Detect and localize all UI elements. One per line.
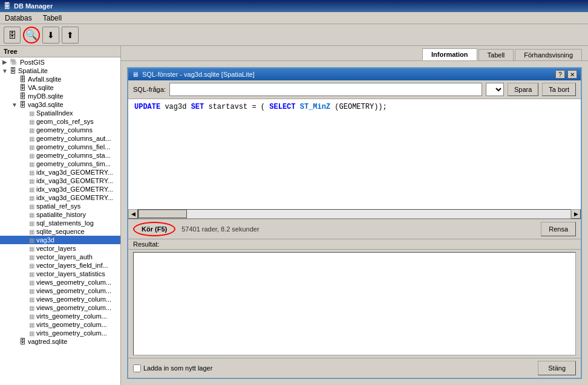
tree-item[interactable]: ▦spatialite_history xyxy=(0,210,120,219)
tab-information[interactable]: Information xyxy=(422,48,477,60)
tab-forhandsvisning[interactable]: Förhandsvisning xyxy=(515,49,582,60)
tree-item-label: sqlite_sequence xyxy=(36,228,85,235)
sql-window-icon: 🖥 xyxy=(132,71,139,78)
sql-window: 🖥 SQL-fönster - vag3d.sqlite [SpatiaLite… xyxy=(127,67,582,379)
tree-item-label: sql_statements_log xyxy=(36,219,94,227)
tree-item[interactable]: ▦sqlite_sequence xyxy=(0,227,120,236)
table-icon: ▦ xyxy=(29,178,34,184)
tree-item[interactable]: ▦vector_layers xyxy=(0,244,120,253)
tree-item[interactable]: ▦virts_geometry_colum... xyxy=(0,329,120,337)
tree-item[interactable]: ▦geometry_columns_sta... xyxy=(0,151,120,160)
sql-window-title: SQL-fönster - vag3d.sqlite [SpatiaLite] xyxy=(142,71,255,78)
table-icon: ▦ xyxy=(29,161,34,167)
load-as-layer-checkbox[interactable] xyxy=(133,364,141,372)
menu-databas[interactable]: Databas xyxy=(2,13,34,23)
result-bar: Resultat: xyxy=(128,239,581,250)
sql-keyword-set: SET xyxy=(191,103,204,111)
search-button[interactable]: 🔍 xyxy=(23,27,40,44)
table-icon: ▦ xyxy=(29,169,34,176)
tree-item[interactable]: ▶🐘PostGIS xyxy=(0,57,120,66)
tree-item[interactable]: ▦sql_statements_log xyxy=(0,219,120,227)
tree-item-label: spatial_ref_sys xyxy=(36,202,80,210)
tree-item[interactable]: ▦geom_cols_ref_sys xyxy=(0,117,120,126)
tree-item[interactable]: ▦virts_geometry_colum... xyxy=(0,320,120,329)
tree-item[interactable]: ▼🗄SpatiaLite xyxy=(0,66,120,75)
db-button[interactable]: 🗄 xyxy=(4,27,21,44)
tree-item-label: vag3d xyxy=(36,236,54,244)
run-button[interactable]: Kör (F5) xyxy=(133,222,175,236)
tree-item[interactable]: ▦vector_layers_field_inf... xyxy=(0,261,120,270)
sql-editor[interactable]: UPDATE vag3d SET startavst = ( SELECT ST… xyxy=(128,99,581,210)
table-icon: ▦ xyxy=(29,262,34,269)
tree-item[interactable]: ▦geometry_columns_tim... xyxy=(0,160,120,168)
menu-bar: Databas Tabell xyxy=(0,12,588,24)
tree-item[interactable]: ▦geometry_columns_fiel... xyxy=(0,143,120,151)
menu-tabell[interactable]: Tabell xyxy=(41,13,64,23)
tree-item-label: myDB.sqlite xyxy=(28,92,64,100)
download-icon: ⬇ xyxy=(47,30,54,40)
sql-title-controls: ? ✕ xyxy=(555,70,577,79)
tree-item[interactable]: ▦geometry_columns xyxy=(0,126,120,134)
sql-save-button[interactable]: Spara xyxy=(508,83,538,96)
upload-button[interactable]: ⬆ xyxy=(62,27,79,44)
sql-query-input[interactable] xyxy=(169,83,482,96)
tree-item[interactable]: 🗄vagtred.sqlite xyxy=(0,337,120,346)
tree-item[interactable]: ▦SpatialIndex xyxy=(0,109,120,117)
scroll-left-arrow[interactable]: ◀ xyxy=(128,209,138,219)
tree-item[interactable]: ▼🗄vag3d.sqlite xyxy=(0,100,120,109)
close-window-button[interactable]: Stäng xyxy=(538,361,576,375)
tree-item[interactable]: 🗄myDB.sqlite xyxy=(0,92,120,100)
tree-item[interactable]: ▦views_geometry_colum... xyxy=(0,295,120,303)
tree-item[interactable]: ▦idx_vag3d_GEOMETRY... xyxy=(0,176,120,185)
tree-item-label: views_geometry_colum... xyxy=(36,279,111,286)
sql-text-2: startavst = ( xyxy=(208,103,265,111)
table-icon: ▦ xyxy=(29,195,34,201)
run-result-info: 57401 rader, 8.2 sekunder xyxy=(181,225,259,233)
tree-item-label: geometry_columns_tim... xyxy=(36,160,111,167)
tree-item-label: vector_layers_statistics xyxy=(36,270,105,277)
tree-item[interactable]: ▦idx_vag3d_GEOMETRY... xyxy=(0,193,120,202)
tree-item[interactable]: ▦views_geometry_colum... xyxy=(0,303,120,312)
tree-item-label: virts_geometry_colum... xyxy=(36,329,107,337)
clear-button[interactable]: Rensa xyxy=(541,222,576,236)
tabs-bar: Information Tabell Förhandsvisning xyxy=(121,46,588,61)
sql-help-button[interactable]: ? xyxy=(555,70,565,79)
tree-item[interactable]: ▦views_geometry_colum... xyxy=(0,278,120,286)
tree-item-label: geometry_columns xyxy=(36,126,93,134)
tree-item[interactable]: ▦virts_geometry_colum... xyxy=(0,312,120,320)
toolbar: 🗄 🔍 ⬇ ⬆ xyxy=(0,24,588,46)
tree-item[interactable]: ▦vector_layers_statistics xyxy=(0,270,120,278)
table-icon: ▦ xyxy=(29,330,34,337)
sql-delete-button[interactable]: Ta bort xyxy=(542,83,576,96)
scroll-track[interactable] xyxy=(138,209,571,219)
tree-item[interactable]: 🗄VA.sqlite xyxy=(0,83,120,92)
tree-item-label: PostGIS xyxy=(20,59,45,66)
sql-horizontal-scrollbar[interactable]: ◀ ▶ xyxy=(128,210,581,219)
tree-item[interactable]: ▦idx_vag3d_GEOMETRY... xyxy=(0,168,120,176)
tree-item-label: vector_layers_auth xyxy=(36,253,93,260)
scroll-thumb[interactable] xyxy=(139,210,187,218)
main-container: Tree ▶🐘PostGIS▼🗄SpatiaLite 🗄Avfall.sqlit… xyxy=(0,46,588,385)
tree-item[interactable]: ▦vector_layers_auth xyxy=(0,253,120,261)
download-button[interactable]: ⬇ xyxy=(42,27,59,44)
sql-toolbar: SQL-fråga: Spara Ta bort xyxy=(128,80,581,99)
tree-item[interactable]: ▦idx_vag3d_GEOMETRY... xyxy=(0,185,120,193)
db-icon: 🗄 xyxy=(19,101,26,108)
tree-panel: Tree ▶🐘PostGIS▼🗄SpatiaLite 🗄Avfall.sqlit… xyxy=(0,46,121,385)
tree-item-label: virts_geometry_colum... xyxy=(36,312,107,320)
tree-item[interactable]: 🗄Avfall.sqlite xyxy=(0,75,120,83)
sql-close-button[interactable]: ✕ xyxy=(567,70,577,79)
sql-query-select[interactable] xyxy=(486,83,504,96)
table-icon: ▦ xyxy=(29,228,34,235)
tree-item[interactable]: ▦spatial_ref_sys xyxy=(0,202,120,210)
tab-tabell[interactable]: Tabell xyxy=(479,49,514,60)
table-icon: ▦ xyxy=(29,313,34,320)
tree-item[interactable]: ▦views_geometry_colum... xyxy=(0,286,120,295)
tree-item[interactable]: ▦vag3d xyxy=(0,236,120,244)
db-icon: 🗄 xyxy=(19,92,26,100)
table-icon: ▦ xyxy=(29,305,34,311)
tree-item[interactable]: ▦geometry_columns_aut... xyxy=(0,134,120,143)
sql-keyword-update: UPDATE xyxy=(134,103,160,111)
tree-item-label: idx_vag3d_GEOMETRY... xyxy=(36,194,113,201)
scroll-right-arrow[interactable]: ▶ xyxy=(571,209,581,219)
